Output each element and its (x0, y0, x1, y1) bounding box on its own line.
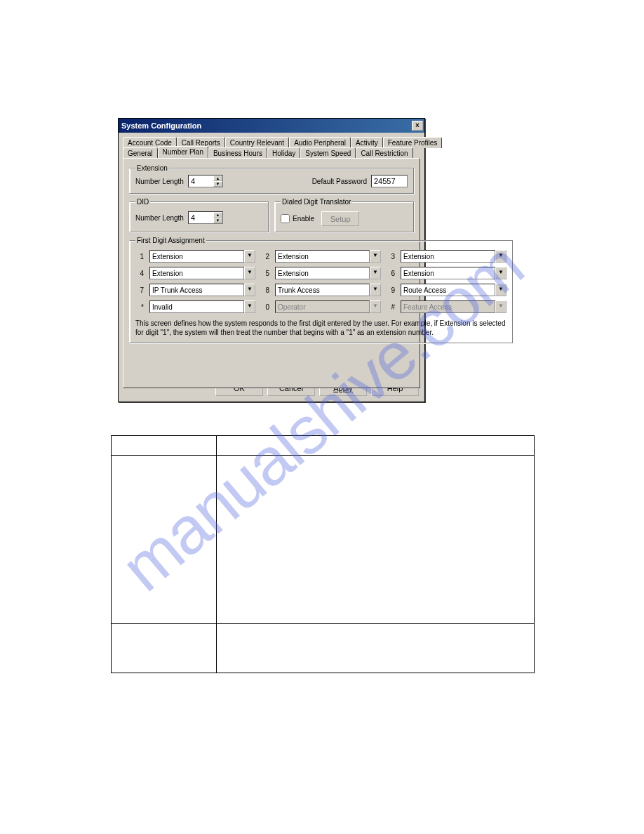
chevron-down-icon[interactable]: ▼ (244, 284, 255, 296)
digit-label-5: 5 (261, 270, 269, 277)
digit-combo-3[interactable]: ▼ (401, 250, 507, 263)
tab-row-2: General Number Plan Business Hours Holid… (123, 147, 420, 159)
digit-label-9: 9 (387, 286, 395, 294)
extension-legend: Extension (135, 164, 169, 172)
table-cell (112, 436, 217, 456)
table-cell (217, 624, 535, 673)
ddt-setup-button[interactable]: Setup (321, 211, 359, 226)
titlebar: System Configuration × (119, 119, 424, 133)
digit-combo-2[interactable]: ▼ (275, 250, 381, 263)
digit-combo-input-0 (275, 300, 370, 313)
digit-combo-6[interactable]: ▼ (401, 267, 507, 279)
digit-combo-9[interactable]: ▼ (401, 284, 507, 296)
digit-combo-0: ▼ (275, 300, 381, 313)
chevron-down-icon[interactable]: ▼ (370, 250, 381, 263)
ext-number-length-spinner[interactable]: ▲ ▼ (188, 175, 223, 187)
table-cell (112, 456, 217, 624)
chevron-down-icon[interactable]: ▼ (244, 267, 255, 279)
chevron-down-icon: ▼ (370, 300, 381, 313)
digit-combo-input-8[interactable] (275, 284, 370, 296)
digit-label-7: 7 (135, 286, 144, 294)
digit-combo-input-2[interactable] (275, 250, 370, 263)
digit-label-4: 4 (135, 270, 144, 277)
table-cell (112, 624, 217, 673)
close-button[interactable]: × (412, 121, 423, 131)
digit-combo-input-5[interactable] (275, 267, 370, 279)
chevron-down-icon: ▼ (495, 300, 507, 313)
digit-label-#: # (387, 303, 395, 311)
table-cell (217, 436, 535, 456)
digit-label-0: 0 (261, 303, 269, 311)
default-password-label: Default Password (312, 178, 367, 185)
ddt-group: Dialed Digit Translator Enable Setup (274, 198, 414, 232)
digit-combo-4[interactable]: ▼ (149, 267, 255, 279)
digit-combo-input-7[interactable] (149, 284, 244, 296)
number-plan-panel: Extension Number Length ▲ ▼ Def (123, 158, 420, 388)
did-number-length-spinner[interactable]: ▲ ▼ (188, 211, 223, 224)
table-cell (217, 456, 535, 624)
tab-holiday[interactable]: Holiday (267, 147, 300, 159)
chevron-down-icon[interactable]: ▼ (370, 284, 381, 296)
digit-label-6: 6 (387, 270, 395, 277)
tab-activity[interactable]: Activity (351, 137, 383, 148)
tab-audio-peripheral[interactable]: Audio Peripheral (289, 137, 351, 148)
chevron-down-icon[interactable]: ▼ (244, 300, 255, 313)
default-password-input[interactable] (371, 175, 408, 187)
fda-help-text: This screen defines how the system respo… (135, 319, 507, 337)
window-title: System Configuration (121, 121, 201, 130)
digit-combo-input-3[interactable] (401, 250, 495, 263)
tab-call-restriction[interactable]: Call Restriction (356, 147, 412, 159)
did-legend: DID (135, 198, 150, 206)
chevron-down-icon[interactable]: ▼ (244, 250, 255, 263)
chevron-down-icon[interactable]: ▼ (495, 267, 507, 279)
digit-combo-5[interactable]: ▼ (275, 267, 381, 279)
spin-up-icon[interactable]: ▲ (213, 176, 222, 181)
chevron-down-icon[interactable]: ▼ (495, 284, 507, 296)
ext-number-length-label: Number Length (135, 178, 184, 185)
digit-combo-#: ▼ (401, 300, 507, 313)
spin-down-icon[interactable]: ▼ (213, 181, 222, 187)
ddt-enable-label: Enable (293, 215, 314, 223)
spin-up-icon[interactable]: ▲ (213, 212, 222, 218)
digit-combo-7[interactable]: ▼ (149, 284, 255, 296)
tab-system-speed[interactable]: System Speed (300, 147, 356, 159)
tab-number-plan[interactable]: Number Plan (158, 146, 208, 159)
chevron-down-icon[interactable]: ▼ (370, 267, 381, 279)
chevron-down-icon[interactable]: ▼ (495, 250, 507, 263)
digit-combo-input-# (401, 300, 495, 313)
first-digit-assignment-group: First Digit Assignment 1▼2▼3▼4▼5▼6▼7▼8▼9… (129, 237, 513, 343)
tab-business-hours[interactable]: Business Hours (208, 147, 267, 159)
tab-feature-profiles[interactable]: Feature Profiles (383, 137, 443, 148)
did-number-length-input[interactable] (188, 211, 213, 224)
digit-combo-8[interactable]: ▼ (275, 284, 381, 296)
digit-combo-*[interactable]: ▼ (149, 300, 255, 313)
fda-legend: First Digit Assignment (135, 237, 206, 244)
did-number-length-label: Number Length (135, 214, 184, 222)
ddt-enable-checkbox[interactable] (281, 214, 290, 223)
digit-label-*: * (135, 303, 144, 311)
did-group: DID Number Length ▲ ▼ (129, 198, 269, 232)
digit-combo-input-*[interactable] (149, 300, 244, 313)
digit-combo-input-6[interactable] (401, 267, 495, 279)
digit-label-8: 8 (261, 286, 269, 294)
digit-label-3: 3 (387, 253, 395, 260)
system-configuration-dialog: System Configuration × Account Code Call… (118, 118, 425, 402)
digit-combo-input-9[interactable] (401, 284, 495, 296)
digit-combo-1[interactable]: ▼ (149, 250, 255, 263)
digit-combo-input-4[interactable] (149, 267, 244, 279)
spin-down-icon[interactable]: ▼ (213, 218, 222, 223)
tab-general[interactable]: General (123, 147, 158, 159)
tab-country-relevant[interactable]: Country Relevant (225, 137, 289, 148)
ddt-legend: Dialed Digit Translator (281, 198, 352, 206)
ext-number-length-input[interactable] (188, 175, 213, 187)
tab-container: Account Code Call Reports Country Releva… (119, 133, 424, 388)
extension-group: Extension Number Length ▲ ▼ Def (129, 164, 414, 194)
digit-combo-input-1[interactable] (149, 250, 244, 263)
doc-table (111, 435, 535, 673)
digit-label-1: 1 (135, 253, 144, 260)
digit-label-2: 2 (261, 253, 269, 260)
